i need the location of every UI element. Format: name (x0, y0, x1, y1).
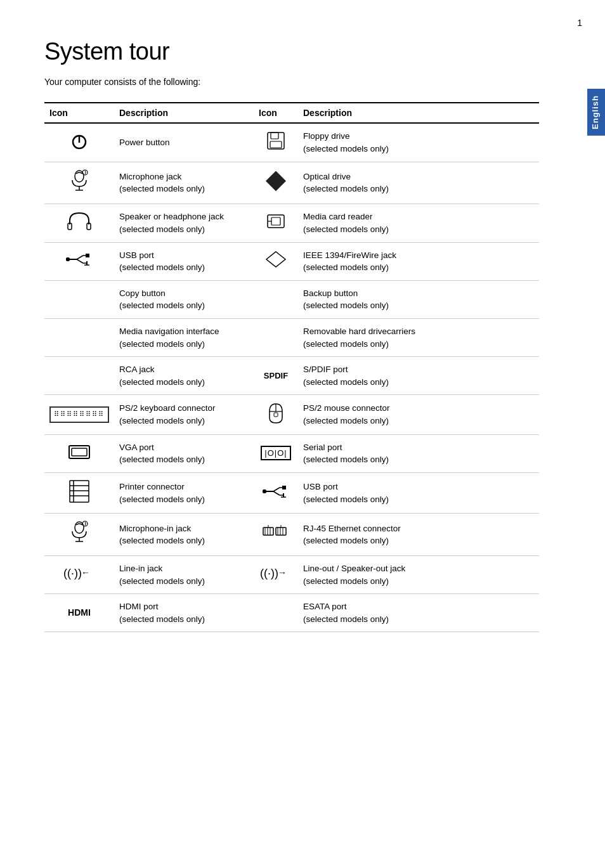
desc-col2: Floppy drive(selected models only) (298, 123, 539, 162)
table-row: Media navigation interface(selected mode… (44, 318, 539, 356)
desc-col1: Speaker or headphone jack(selected model… (114, 204, 254, 243)
icon-col1: ((·)) ← (44, 556, 114, 594)
desc-col1: HDMI port(selected models only) (114, 594, 254, 632)
icon-col2 (254, 204, 298, 243)
table-row: USB port(selected models only) IEEE 1394… (44, 242, 539, 280)
icon-col1: ⠿⠿⠿⠿⠿⠿⠿⠿ (44, 395, 114, 435)
icon-col2: ((·)) → (254, 556, 298, 594)
desc-col1: Microphone jack(selected models only) (114, 162, 254, 204)
page-number: 1 (577, 18, 582, 28)
svg-rect-56 (276, 528, 286, 535)
icon-col1 (44, 472, 114, 514)
desc-col2: Optical drive(selected models only) (298, 162, 539, 204)
table-header-row: Icon Description Icon Description (44, 103, 539, 123)
svg-rect-32 (70, 481, 89, 502)
table-row: Speaker or headphone jack(selected model… (44, 204, 539, 243)
icon-col2 (254, 395, 298, 435)
desc-col2: S/PDIF port(selected models only) (298, 357, 539, 395)
icon-col1 (44, 280, 114, 318)
svg-rect-20 (86, 254, 89, 257)
table-row: Power button Floppy drive(selected model… (44, 123, 539, 162)
desc-col2: Media card reader(selected models only) (298, 204, 539, 243)
page-title: System tour (44, 38, 539, 65)
svg-text:←: ← (81, 567, 90, 578)
desc-col1: Media navigation interface(selected mode… (114, 318, 254, 356)
desc-col1: PS/2 keyboard connector(selected models … (114, 395, 254, 435)
desc-col2: ESATA port(selected models only) (298, 594, 539, 632)
svg-line-40 (273, 491, 280, 495)
svg-line-17 (77, 259, 83, 263)
table-row: ((·)) ← Line-in jack(selected models onl… (44, 556, 539, 594)
icon-col2 (254, 472, 298, 514)
table-row: ⠿⠿⠿⠿⠿⠿⠿⠿PS/2 keyboard connector(selected… (44, 395, 539, 435)
table-row: VGA port(selected models only)|O|O|Seria… (44, 434, 539, 472)
icon-col1 (44, 514, 114, 556)
svg-line-16 (77, 256, 83, 259)
desc-col1: VGA port(selected models only) (114, 434, 254, 472)
svg-marker-25 (266, 252, 285, 267)
icon-col2: |O|O| (254, 434, 298, 472)
desc-col1: RCA jack(selected models only) (114, 357, 254, 395)
svg-line-39 (273, 488, 280, 491)
desc-col1: Printer connector(selected models only) (114, 472, 254, 514)
icon-col1 (44, 357, 114, 395)
desc-col1: Microphone-in jack(selected models only) (114, 514, 254, 556)
desc-col1: Power button (114, 123, 254, 162)
icon-col2 (254, 514, 298, 556)
col-icon2: Icon (254, 103, 298, 123)
col-icon1: Icon (44, 103, 114, 123)
col-desc1: Description (114, 103, 254, 123)
table-row: Printer connector(selected models only) … (44, 472, 539, 514)
desc-col2: Backup button(selected models only) (298, 280, 539, 318)
table-row: Microphone jack(selected models only)Opt… (44, 162, 539, 204)
svg-text:((·)): ((·)) (63, 567, 82, 580)
icon-col2 (254, 594, 298, 632)
desc-col2: RJ-45 Ethernet connector(selected models… (298, 514, 539, 556)
icon-col2 (254, 242, 298, 280)
desc-col2: Line-out / Speaker-out jack(selected mod… (298, 556, 539, 594)
table-row: HDMIHDMI port(selected models only) ESAT… (44, 594, 539, 632)
page-subtitle: Your computer consists of the following: (44, 77, 539, 87)
svg-rect-28 (274, 413, 278, 417)
icon-col1: HDMI (44, 594, 114, 632)
icon-col2 (254, 162, 298, 204)
icon-col1 (44, 204, 114, 243)
svg-rect-43 (282, 486, 286, 489)
svg-rect-4 (270, 141, 282, 148)
icon-col1 (44, 434, 114, 472)
icon-col1 (44, 123, 114, 162)
svg-rect-3 (271, 133, 278, 139)
desc-col2: PS/2 mouse connector(selected models onl… (298, 395, 539, 435)
table-row: Copy button(selected models only) Backup… (44, 280, 539, 318)
system-tour-table: Icon Description Icon Description Power … (44, 102, 539, 632)
desc-col2: IEEE 1394/FireWire jack(selected models … (298, 242, 539, 280)
icon-col1 (44, 318, 114, 356)
desc-col2: Serial port(selected models only) (298, 434, 539, 472)
desc-col2: Removable hard drivecarriers(selected mo… (298, 318, 539, 356)
icon-col2 (254, 280, 298, 318)
desc-col1: Copy button(selected models only) (114, 280, 254, 318)
icon-col2 (254, 318, 298, 356)
table-row: RCA jack(selected models only)SPDIFS/PDI… (44, 357, 539, 395)
table-row: Microphone-in jack(selected models only)… (44, 514, 539, 556)
language-tab: English (587, 89, 605, 136)
desc-col1: Line-in jack(selected models only) (114, 556, 254, 594)
svg-rect-12 (271, 217, 280, 225)
icon-col2: SPDIF (254, 357, 298, 395)
icon-col1 (44, 242, 114, 280)
desc-col1: USB port(selected models only) (114, 242, 254, 280)
desc-col2: USB port(selected models only) (298, 472, 539, 514)
svg-rect-29 (69, 446, 89, 458)
col-desc2: Description (298, 103, 539, 123)
icon-col2 (254, 123, 298, 162)
svg-rect-31 (72, 448, 87, 456)
svg-rect-52 (263, 528, 273, 535)
svg-text:((·)): ((·)) (260, 567, 278, 580)
svg-text:→: → (278, 567, 287, 578)
icon-col1 (44, 162, 114, 204)
